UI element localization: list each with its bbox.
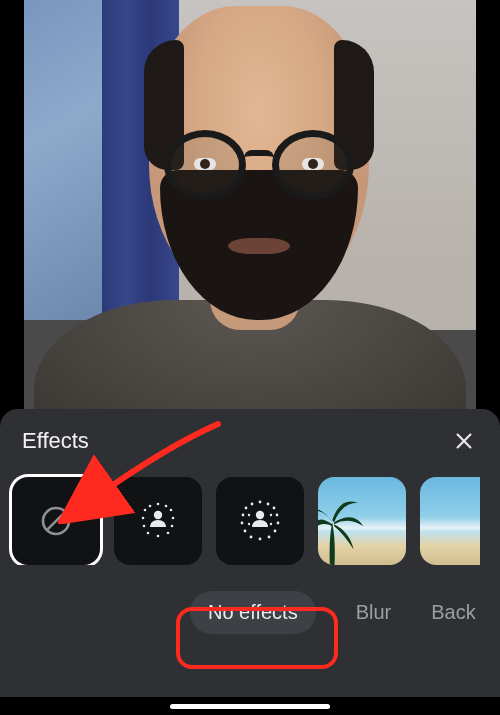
svg-point-19 xyxy=(245,507,248,510)
svg-point-9 xyxy=(172,517,175,520)
svg-point-2 xyxy=(154,511,162,519)
person-image xyxy=(24,0,476,430)
svg-point-10 xyxy=(143,525,146,528)
close-button[interactable] xyxy=(450,427,478,455)
home-indicator[interactable] xyxy=(170,704,330,709)
svg-point-23 xyxy=(241,522,244,525)
effect-tile-background-2[interactable] xyxy=(420,477,480,565)
svg-point-21 xyxy=(242,514,245,517)
blur-light-icon xyxy=(135,498,181,544)
blur-strong-icon xyxy=(235,496,285,546)
bottom-bar xyxy=(0,697,500,715)
svg-point-18 xyxy=(267,503,270,506)
svg-point-5 xyxy=(157,503,160,506)
svg-point-28 xyxy=(259,538,262,541)
panel-title: Effects xyxy=(22,428,89,454)
svg-point-13 xyxy=(157,535,160,538)
svg-point-30 xyxy=(248,514,250,516)
palm-tree-icon xyxy=(318,493,370,565)
svg-point-16 xyxy=(259,501,262,504)
effect-label-blur[interactable]: Blur xyxy=(356,601,392,624)
svg-point-31 xyxy=(270,514,272,516)
svg-line-1 xyxy=(47,512,65,530)
svg-point-8 xyxy=(142,517,145,520)
camera-preview xyxy=(24,0,476,430)
effect-tile-background-1[interactable] xyxy=(318,477,406,565)
svg-point-25 xyxy=(244,530,247,533)
svg-point-29 xyxy=(268,536,271,539)
svg-point-12 xyxy=(147,532,150,535)
effect-labels: No effects Blur Back xyxy=(0,591,500,634)
effect-label-no-effects[interactable]: No effects xyxy=(190,591,316,634)
svg-point-6 xyxy=(165,505,168,508)
svg-point-15 xyxy=(256,511,264,519)
effect-label-backgrounds[interactable]: Back xyxy=(431,601,475,624)
svg-point-7 xyxy=(170,509,173,512)
svg-point-26 xyxy=(274,530,277,533)
effects-panel: Effects xyxy=(0,409,500,715)
svg-point-33 xyxy=(270,523,272,525)
svg-point-17 xyxy=(251,503,254,506)
effect-tile-blur-strong[interactable] xyxy=(216,477,304,565)
svg-point-32 xyxy=(248,523,250,525)
svg-point-14 xyxy=(167,532,170,535)
effects-scroller[interactable] xyxy=(0,469,500,565)
svg-point-11 xyxy=(171,525,174,528)
svg-point-27 xyxy=(250,536,253,539)
svg-point-22 xyxy=(276,514,279,517)
svg-point-3 xyxy=(144,509,147,512)
close-icon xyxy=(453,430,475,452)
effect-tile-blur-light[interactable] xyxy=(114,477,202,565)
no-effect-icon xyxy=(38,503,74,539)
effect-tile-none[interactable] xyxy=(12,477,100,565)
svg-point-20 xyxy=(273,507,276,510)
svg-point-4 xyxy=(149,505,152,508)
svg-point-24 xyxy=(277,522,280,525)
